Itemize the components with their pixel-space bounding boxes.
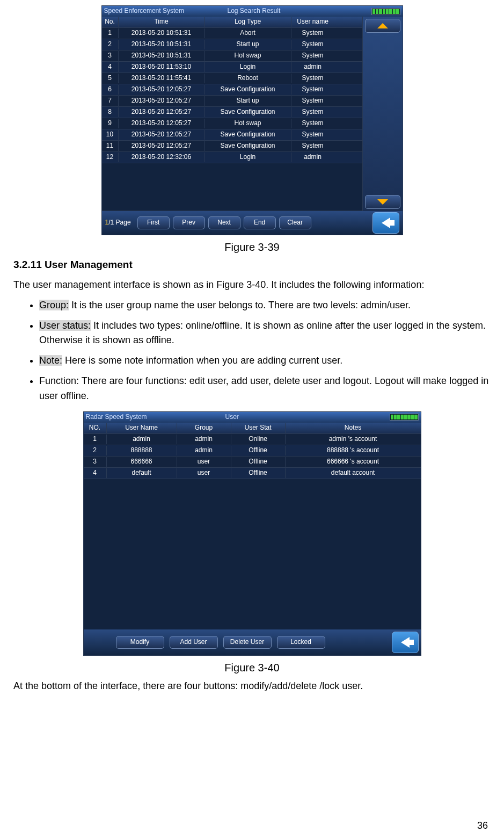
cell: Save Configuration <box>205 130 291 139</box>
cell: 2013-05-20 10:51:31 <box>119 51 205 60</box>
cell: 1 <box>102 28 119 38</box>
col-group: Group <box>177 423 231 432</box>
cell: 2013-05-20 12:05:27 <box>119 141 205 150</box>
cell: default account <box>286 468 421 477</box>
cell: 6 <box>102 85 119 94</box>
closing-text: At the bottom of the interface, there ar… <box>13 679 491 693</box>
bullet-label: Note: <box>39 355 62 366</box>
cell: 888888 <box>107 446 177 455</box>
locked-button[interactable]: Locked <box>277 636 325 649</box>
panel40-footer: Modify Add User Delete User Locked <box>84 629 421 655</box>
cell: Abort <box>205 28 291 38</box>
bullet-item: User status: It includes two types: onli… <box>39 318 491 349</box>
back-button[interactable] <box>392 632 419 653</box>
section-intro: The user management interface is shown a… <box>13 278 491 292</box>
pager: 1/1 Page <box>105 218 131 227</box>
cell: admin <box>107 435 177 444</box>
cell: 4 <box>102 62 119 71</box>
bullet-item: Note: Here is some note information when… <box>39 353 491 368</box>
table-row[interactable]: 122013-05-20 12:32:06Loginadmin <box>102 152 362 163</box>
cell: Login <box>205 62 291 71</box>
cell: admin <box>291 153 334 162</box>
bullet-item: Function: There are four functions: edit… <box>39 374 491 404</box>
table-row[interactable]: 42013-05-20 11:53:10Loginadmin <box>102 62 362 73</box>
end-button[interactable]: End <box>244 216 276 229</box>
chevron-up-icon <box>377 23 388 28</box>
cell: System <box>291 85 334 94</box>
cell: 2 <box>84 446 107 455</box>
panel40-title-left: Radar Speed System <box>86 412 225 422</box>
col-logtype: Log Type <box>205 17 291 26</box>
cell: 3 <box>102 51 119 60</box>
cell: Hot swap <box>205 51 291 60</box>
table-row[interactable]: 32013-05-20 10:51:31Hot swapSystem <box>102 50 362 62</box>
cell: Start up <box>205 96 291 105</box>
cell: Start up <box>205 40 291 49</box>
battery-icon <box>371 8 400 15</box>
log-table-empty <box>102 163 362 211</box>
cell: 888888 's account <box>286 446 421 455</box>
cell: Offline <box>231 446 286 455</box>
first-button[interactable]: First <box>137 216 170 229</box>
bullet-label: Group: <box>39 300 69 310</box>
deleteuser-button[interactable]: Delete User <box>223 636 272 649</box>
table-row[interactable]: 4defaultuserOfflinedefault account <box>84 468 421 479</box>
table-row[interactable]: 92013-05-20 12:05:27Hot swapSystem <box>102 118 362 129</box>
prev-button[interactable]: Prev <box>173 216 205 229</box>
adduser-button[interactable]: Add User <box>170 636 218 649</box>
scroll-up-button[interactable] <box>365 19 400 33</box>
cell: 2013-05-20 12:05:27 <box>119 96 205 105</box>
table-row[interactable]: 3666666userOffline666666 's account <box>84 457 421 468</box>
log-table-header: No. Time Log Type User name <box>102 17 362 28</box>
table-row[interactable]: 112013-05-20 12:05:27Save ConfigurationS… <box>102 141 362 152</box>
cell: Reboot <box>205 74 291 83</box>
cell: Save Configuration <box>205 141 291 150</box>
cell: 5 <box>102 74 119 83</box>
cell: System <box>291 28 334 38</box>
table-row[interactable]: 22013-05-20 10:51:31Start upSystem <box>102 39 362 50</box>
cell: System <box>291 40 334 49</box>
table-row[interactable]: 102013-05-20 12:05:27Save ConfigurationS… <box>102 129 362 141</box>
clear-button[interactable]: Clear <box>279 216 311 229</box>
cell: 2013-05-20 12:05:27 <box>119 107 205 117</box>
cell: 3 <box>84 457 107 466</box>
cell: System <box>291 130 334 139</box>
cell: System <box>291 107 334 117</box>
cell: Offline <box>231 468 286 477</box>
next-button[interactable]: Next <box>208 216 240 229</box>
cell: System <box>291 51 334 60</box>
cell: 11 <box>102 141 119 150</box>
panel39-title-left: Speed Enforcement System <box>104 6 228 16</box>
cell: admin 's account <box>286 435 421 444</box>
cell: 4 <box>84 468 107 477</box>
cell: 2 <box>102 40 119 49</box>
cell: default <box>107 468 177 477</box>
table-row[interactable]: 2888888adminOffline888888 's account <box>84 445 421 457</box>
panel40-titlebar: Radar Speed System User <box>84 412 421 423</box>
table-row[interactable]: 1adminadminOnlineadmin 's account <box>84 434 421 445</box>
cell: 2013-05-20 10:51:31 <box>119 40 205 49</box>
section-heading: 3.2.11 User Management <box>13 257 491 272</box>
cell: 7 <box>102 96 119 105</box>
table-row[interactable]: 52013-05-20 11:55:41RebootSystem <box>102 73 362 84</box>
cell: 2013-05-20 11:55:41 <box>119 74 205 83</box>
cell: admin <box>177 435 231 444</box>
col-userstat: User Stat <box>231 423 286 432</box>
user-table-header: NO. User Name Group User Stat Notes <box>84 423 421 434</box>
cell: Save Configuration <box>205 107 291 117</box>
cell: Login <box>205 153 291 162</box>
cell: 8 <box>102 107 119 117</box>
back-button[interactable] <box>372 212 399 234</box>
table-row[interactable]: 72013-05-20 12:05:27Start upSystem <box>102 96 362 107</box>
bullet-label: User status: <box>39 320 91 331</box>
table-row[interactable]: 12013-05-20 10:51:31AbortSystem <box>102 28 362 39</box>
cell: 10 <box>102 130 119 139</box>
table-row[interactable]: 82013-05-20 12:05:27Save ConfigurationSy… <box>102 107 362 118</box>
table-row[interactable]: 62013-05-20 12:05:27Save ConfigurationSy… <box>102 84 362 96</box>
chevron-down-icon <box>377 199 388 205</box>
cell: Hot swap <box>205 119 291 128</box>
cell: 9 <box>102 119 119 128</box>
modify-button[interactable]: Modify <box>116 636 164 649</box>
cell: 666666 <box>107 457 177 466</box>
scroll-down-button[interactable] <box>365 195 400 209</box>
